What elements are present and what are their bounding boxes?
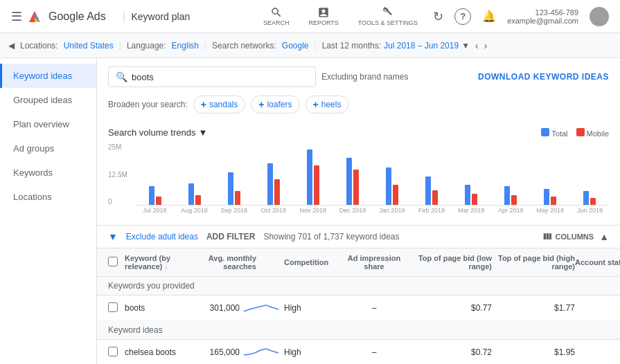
chart-title[interactable]: Search volume trends ▼ [108,127,207,138]
main-layout: Keyword ideas Grouped ideas Plan overvie… [0,58,620,364]
add-filter-btn[interactable]: ADD FILTER [206,232,255,242]
legend-total: Total [541,128,567,138]
app-title-text: Google Ads [48,10,106,23]
top-navigation: ☰ Google Ads | Keyword plan SEARCH REPOR… [0,0,620,33]
chart-month-group [215,172,253,205]
search-icon: 🔍 [116,71,127,82]
sidebar-item-grouped-ideas[interactable]: Grouped ideas [0,88,96,112]
bar-total [583,191,589,205]
broaden-tag-sandals[interactable]: + sandals [193,95,246,113]
excluding-label: Excluding brand names [321,72,408,82]
date-label: Last 12 months: [322,41,381,51]
chart-month-label: Jan 2019 [373,206,411,214]
sidebar: Keyword ideas Grouped ideas Plan overvie… [0,58,97,364]
columns-icon [542,231,553,242]
chart-month-label: May 2019 [531,206,569,214]
legend-mobile: Mobile [576,128,609,138]
bar-mobile [235,191,240,205]
row-bid-high: $1.77 [492,303,575,313]
sort-icon: ↓ [165,263,168,271]
table-controls: COLUMNS ▲ [542,231,609,242]
sidebar-item-locations[interactable]: Locations [0,185,96,209]
bar-total [465,185,470,205]
bar-total [228,172,233,205]
header-check [108,257,125,268]
chart-month-group [333,158,371,205]
bar-total [149,186,154,205]
chart-month-label: Mar 2019 [452,206,490,214]
search-box[interactable]: 🔍 [108,66,316,87]
notification-icon[interactable]: 🔔 [482,10,496,23]
header-status: Account status [575,258,620,266]
download-keyword-ideas-btn[interactable]: DOWNLOAD KEYWORD IDEAS [478,72,609,82]
sidebar-item-keyword-ideas[interactable]: Keyword ideas [0,64,96,88]
filter-funnel-icon: ▼ [108,231,118,242]
columns-btn[interactable]: COLUMNS [542,231,594,242]
row-checkbox[interactable] [108,347,118,356]
broaden-search-area: Broaden your search: + sandals + loafers… [97,93,620,122]
chart-month-label: Feb 2019 [413,206,451,214]
search-input[interactable] [132,72,298,82]
account-id: 123-456-789 [535,8,578,17]
table-header: Keyword (by relevance) ↓ Avg. monthly se… [97,248,620,277]
sidebar-item-keywords[interactable]: Keywords [0,161,96,185]
filter-bar: ▼ Exclude adult ideas ADD FILTER Showing… [97,226,620,248]
back-triangle[interactable]: ◀ [8,41,15,51]
networks-value[interactable]: Google [282,41,309,51]
showing-text: Showing 701 of 1,737 keyword ideas [263,232,399,242]
bar-mobile [314,165,319,205]
bar-total [346,158,352,205]
header-impression: Ad impression share [339,254,409,271]
broaden-tag-loafers[interactable]: + loafers [251,95,299,113]
svg-marker-1 [29,11,35,22]
search-nav-btn[interactable]: SEARCH [259,3,294,29]
language-value[interactable]: English [172,41,199,51]
hamburger-menu[interactable]: ☰ [11,9,22,24]
tools-nav-btn[interactable]: TOOLS & SETTINGS [354,3,422,29]
chart-month-group [294,149,332,205]
bar-mobile [590,198,596,205]
bar-total [386,167,391,205]
bar-mobile [195,195,201,205]
select-all-checkbox[interactable] [108,257,118,266]
date-dropdown-icon[interactable]: ▼ [461,41,470,51]
chart-month-label: Aug 2018 [175,206,213,214]
sidebar-item-ad-groups[interactable]: Ad groups [0,136,96,161]
locations-value[interactable]: United States [64,41,114,51]
bar-mobile [432,190,438,205]
refresh-icon[interactable]: ↻ [433,9,443,24]
second-bar: ◀ Locations: United States | Language: E… [0,33,620,58]
chart-section: Search volume trends ▼ Total Mobile [97,122,620,226]
broaden-tag-heels[interactable]: + heels [305,95,349,113]
header-keyword[interactable]: Keyword (by relevance) ↓ [125,254,208,271]
date-next-btn[interactable]: › [484,40,488,51]
sidebar-item-plan-overview[interactable]: Plan overview [0,112,96,136]
bar-total [504,186,510,205]
chart-month-group [571,191,609,205]
row-monthly: 301,000 [208,301,284,315]
bar-total [425,176,431,205]
date-value[interactable]: Jul 2018 – Jun 2019 [384,41,459,51]
date-prev-btn[interactable]: ‹ [475,40,479,51]
account-info: 123-456-789 example@gmail.com [507,8,578,25]
exclude-adults-link[interactable]: Exclude adult ideas [126,232,198,242]
reports-nav-btn[interactable]: REPORTS [304,3,342,29]
trend-sparkline [244,345,278,359]
chart-month-group [254,163,292,205]
plus-icon: + [258,99,264,110]
avatar[interactable] [590,7,609,26]
help-icon[interactable]: ? [454,8,471,25]
row-checkbox[interactable] [108,302,118,312]
chart-month-label: Apr 2019 [492,206,530,214]
header-competition: Competition [284,258,339,266]
bar-mobile [551,197,556,205]
bar-total [307,149,312,205]
collapse-btn[interactable]: ▲ [599,231,609,242]
row-competition: High [284,303,339,313]
date-range: Last 12 months: Jul 2018 – Jun 2019 ▼ [322,41,470,51]
content-area: 🔍 Excluding brand names DOWNLOAD KEYWORD… [97,58,620,364]
chart-dropdown-icon: ▼ [198,127,207,138]
chart-month-label: Jun 2019 [571,206,609,214]
chart-month-label: Dec 2018 [333,206,371,214]
y-label-25m: 25M [108,143,127,151]
